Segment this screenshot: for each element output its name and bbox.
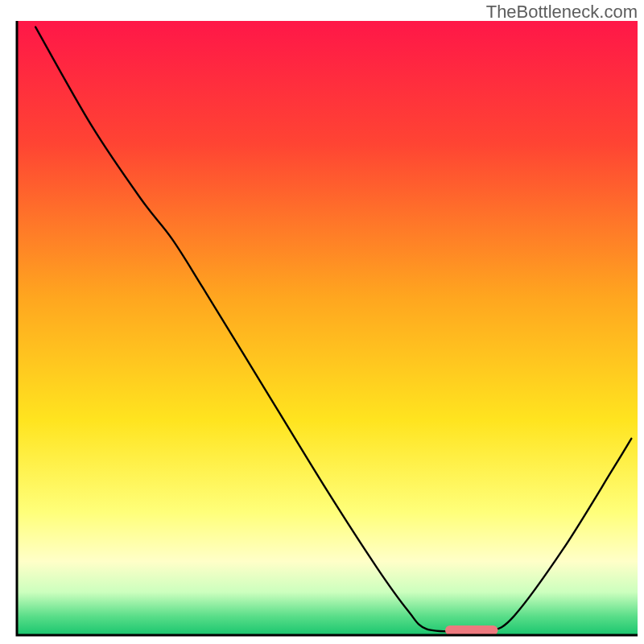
gradient-background [17,21,638,635]
optimal-range-marker [445,625,498,635]
bottleneck-chart [0,0,644,644]
